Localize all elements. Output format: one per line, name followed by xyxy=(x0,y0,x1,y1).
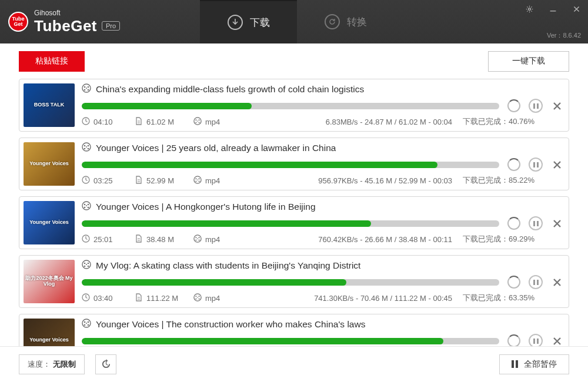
svg-rect-76 xyxy=(512,360,514,368)
svg-point-27 xyxy=(198,178,199,179)
video-title: China's expanding middle-class fuels gro… xyxy=(96,84,364,95)
brand-subtitle: Gihosoft xyxy=(34,9,120,17)
film-reel-icon xyxy=(82,142,91,154)
svg-point-29 xyxy=(198,180,199,182)
svg-point-51 xyxy=(86,264,87,265)
svg-point-66 xyxy=(86,323,87,324)
svg-point-17 xyxy=(84,145,86,147)
duration: 03:40 xyxy=(93,294,113,303)
duration: 04:10 xyxy=(93,118,113,126)
svg-point-44 xyxy=(198,239,199,240)
remove-item-button[interactable] xyxy=(551,276,563,288)
pause-item-button[interactable] xyxy=(529,158,543,172)
video-thumbnail[interactable]: Younger Voices xyxy=(24,319,75,346)
svg-point-32 xyxy=(84,204,86,206)
svg-point-49 xyxy=(84,266,86,267)
paste-link-button[interactable]: 粘贴链接 xyxy=(19,51,85,72)
loading-spinner-icon xyxy=(507,276,520,289)
pause-item-button[interactable] xyxy=(529,99,543,113)
file-size: 38.48 M xyxy=(146,235,174,244)
transfer-stats: 956.97KB/s - 45.16 M / 52.99 M - 00:03 xyxy=(240,176,463,185)
duration: 25:01 xyxy=(93,235,113,244)
file-size: 111.22 M xyxy=(146,294,178,303)
download-item: Younger VoicesYounger Voices | 25 years … xyxy=(19,138,569,190)
file-format: mp4 xyxy=(205,294,220,303)
minimize-button[interactable] xyxy=(541,0,564,18)
progress-bar xyxy=(82,103,499,109)
svg-point-41 xyxy=(195,237,196,238)
svg-point-62 xyxy=(84,321,86,323)
pro-badge: Pro xyxy=(102,21,120,31)
loading-spinner-icon xyxy=(507,334,520,346)
tab-download[interactable]: 下载 xyxy=(200,0,297,43)
video-thumbnail[interactable]: BOSS TALK xyxy=(24,83,75,127)
svg-point-34 xyxy=(84,207,86,209)
clock-icon xyxy=(82,293,90,303)
download-item: 助力2022冬奥会 My VlogMy Vlog: A skating clas… xyxy=(19,255,569,308)
svg-point-58 xyxy=(195,298,196,299)
file-format: mp4 xyxy=(205,176,220,185)
film-reel-icon xyxy=(82,319,91,330)
download-item: Younger VoicesYounger Voices | The const… xyxy=(19,314,569,346)
film-reel-icon xyxy=(193,117,202,127)
svg-point-15 xyxy=(197,120,198,122)
svg-point-2 xyxy=(84,86,86,88)
file-format: mp4 xyxy=(205,118,220,126)
pause-item-button[interactable] xyxy=(529,334,543,346)
tab-convert-label: 转换 xyxy=(347,15,367,29)
svg-point-6 xyxy=(86,88,87,89)
svg-rect-77 xyxy=(516,360,518,368)
download-status: 下载已完成：63.35% xyxy=(463,293,563,303)
app-logo-icon: TubeGet xyxy=(8,12,28,32)
svg-point-60 xyxy=(197,297,198,298)
svg-point-35 xyxy=(88,207,89,209)
history-button[interactable] xyxy=(95,354,116,374)
svg-point-28 xyxy=(195,180,196,182)
settings-button[interactable] xyxy=(517,0,541,18)
refresh-icon xyxy=(325,14,340,29)
remove-item-button[interactable] xyxy=(551,159,563,170)
film-reel-icon xyxy=(82,201,91,213)
video-thumbnail[interactable]: Younger Voices xyxy=(24,142,75,186)
svg-point-42 xyxy=(198,237,199,238)
pause-item-button[interactable] xyxy=(529,275,543,289)
remove-item-button[interactable] xyxy=(551,335,563,346)
svg-point-33 xyxy=(88,204,89,206)
pause-all-button[interactable]: 全部暂停 xyxy=(499,354,569,374)
film-reel-icon xyxy=(193,176,202,186)
svg-point-59 xyxy=(198,298,199,299)
clock-icon xyxy=(82,234,90,244)
pause-item-button[interactable] xyxy=(529,216,543,230)
download-status: 下载已完成：69.29% xyxy=(463,234,563,244)
download-status: 下载已完成：85.22% xyxy=(463,175,563,186)
one-click-download-button[interactable]: 一键下载 xyxy=(488,51,569,72)
clock-icon xyxy=(82,176,90,186)
pause-icon xyxy=(512,360,518,368)
app-header: TubeGet Gihosoft TubeGet Pro 下载 转换 Ver：8… xyxy=(0,0,588,43)
svg-point-48 xyxy=(88,263,89,264)
download-list[interactable]: BOSS TALKChina's expanding middle-class … xyxy=(0,79,588,346)
svg-point-57 xyxy=(198,296,199,297)
file-size: 61.02 M xyxy=(146,118,174,126)
svg-rect-52 xyxy=(533,280,535,285)
loading-spinner-icon xyxy=(507,99,520,112)
transfer-stats: 760.42KB/s - 26.66 M / 38.48 M - 00:11 xyxy=(240,235,463,244)
svg-rect-38 xyxy=(537,221,539,226)
film-reel-icon xyxy=(193,234,202,244)
video-title: Younger Voices | The construction worker… xyxy=(96,319,365,330)
video-thumbnail[interactable]: Younger Voices xyxy=(24,201,75,244)
svg-rect-37 xyxy=(533,221,535,226)
clock-icon xyxy=(82,117,90,127)
svg-point-20 xyxy=(88,148,89,150)
speed-limit-box[interactable]: 速度： 无限制 xyxy=(19,354,85,374)
svg-point-13 xyxy=(195,122,196,123)
progress-bar xyxy=(82,162,499,168)
video-thumbnail[interactable]: 助力2022冬奥会 My Vlog xyxy=(24,260,75,303)
close-window-button[interactable] xyxy=(564,0,588,18)
remove-item-button[interactable] xyxy=(551,100,563,112)
tab-convert[interactable]: 转换 xyxy=(297,0,394,43)
pause-all-label: 全部暂停 xyxy=(524,359,557,370)
remove-item-button[interactable] xyxy=(551,217,563,229)
file-size: 52.99 M xyxy=(146,176,174,185)
film-reel-icon xyxy=(82,83,91,95)
